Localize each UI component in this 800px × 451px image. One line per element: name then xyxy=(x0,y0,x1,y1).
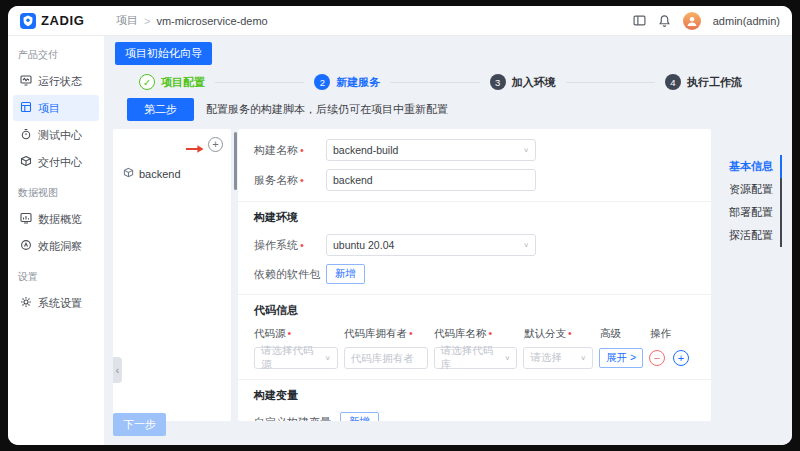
add-custom-var-button[interactable]: 新增 xyxy=(340,412,379,421)
required-dot: • xyxy=(568,327,572,339)
service-name-input[interactable] xyxy=(326,169,536,191)
repo-name-select[interactable]: 请选择代码库 ∨ xyxy=(434,347,518,369)
service-name-label: 服务名称• xyxy=(254,173,326,188)
code-source-select[interactable]: 请选择代码源 ∨ xyxy=(254,347,338,369)
step-number: 4 xyxy=(665,74,681,90)
add-package-button[interactable]: 新增 xyxy=(326,264,365,284)
build-name-select[interactable]: backend-build ∨ xyxy=(326,139,536,161)
chevron-down-icon: ∨ xyxy=(325,354,331,361)
required-dot: • xyxy=(300,144,304,156)
build-name-label: 构建名称• xyxy=(254,143,326,158)
code-table-header: 代码源• 代码库拥有者• 代码库名称• 默认分支• 高级 操作 xyxy=(254,327,695,341)
package-icon xyxy=(20,155,32,169)
custom-vars-row: 自定义构建变量 新增 xyxy=(254,412,695,421)
chevron-down-icon: ∨ xyxy=(523,146,529,153)
sidebar-item-system-settings[interactable]: 系统设置 xyxy=(13,290,99,316)
sidebar-item-data-overview[interactable]: 数据概览 xyxy=(13,206,99,232)
zadig-logo: ZADIG xyxy=(20,13,106,29)
advanced-header: 高级 xyxy=(600,327,644,341)
breadcrumb-current: vm-microservice-demo xyxy=(156,15,267,27)
repo-name-placeholder: 请选择代码库 xyxy=(441,344,501,372)
sidebar-item-projects[interactable]: 项目 xyxy=(13,95,99,121)
step-check-icon: ✓ xyxy=(139,74,155,90)
code-row-operations: − + xyxy=(649,350,689,366)
required-dot: • xyxy=(288,327,292,339)
code-source-header: 代码源• xyxy=(254,327,338,341)
build-form-panel: 构建名称• backend-build ∨ 服务名称• 构建环境 操作系统• xyxy=(238,129,711,421)
tab-resource-config[interactable]: 资源配置 xyxy=(718,178,782,201)
step-label: 加入环境 xyxy=(512,75,556,90)
user-avatar[interactable] xyxy=(683,12,701,30)
main-area: 项目初始化向导 ✓ 项目配置 2 新建服务 3 加入环境 xyxy=(105,36,792,445)
step-project-config: ✓ 项目配置 xyxy=(139,74,314,90)
breadcrumb-separator: > xyxy=(144,15,150,27)
default-branch-header: 默认分支• xyxy=(524,327,594,341)
divider xyxy=(238,294,711,295)
divider xyxy=(238,201,711,202)
right-tab-rail: 基本信息 资源配置 部署配置 探活配置 xyxy=(718,129,782,421)
build-name-value: backend-build xyxy=(333,144,398,156)
app-window: ZADIG 项目 > vm-microservice-demo admin(ad… xyxy=(8,6,792,445)
sidebar: 产品交付 运行状态 项目 测试中心 交付中心 数据视图 数据概览 xyxy=(8,36,105,445)
breadcrumb-root[interactable]: 项目 xyxy=(116,13,138,28)
content-row: + backend ‹ 构建名称• backend-build ∨ xyxy=(113,129,782,421)
step-description-row: 第二步 配置服务的构建脚本，后续仍可在项目中重新配置 xyxy=(127,98,782,121)
default-branch-placeholder: 请选择 xyxy=(530,351,562,365)
sidebar-item-label: 运行状态 xyxy=(38,74,82,89)
os-label: 操作系统• xyxy=(254,238,326,253)
tab-deploy-config[interactable]: 部署配置 xyxy=(718,201,782,224)
add-service-button[interactable]: + xyxy=(208,137,223,152)
next-step-button[interactable]: 下一步 xyxy=(113,413,166,436)
default-branch-select[interactable]: 请选择 ∨ xyxy=(523,347,593,369)
service-list-item[interactable]: backend xyxy=(113,167,231,180)
logo-text: ZADIG xyxy=(41,13,84,28)
step-label: 新建服务 xyxy=(336,75,380,90)
step-connector xyxy=(566,82,655,83)
bell-icon[interactable] xyxy=(658,14,671,27)
sidebar-section-settings: 设置 xyxy=(8,260,104,289)
breadcrumb: 项目 > vm-microservice-demo xyxy=(116,13,268,28)
wizard-title-button[interactable]: 项目初始化向导 xyxy=(115,42,212,65)
top-bar: ZADIG 项目 > vm-microservice-demo admin(ad… xyxy=(8,6,792,36)
sidebar-item-label: 交付中心 xyxy=(38,155,82,170)
step-number: 3 xyxy=(490,74,506,90)
step-connector xyxy=(215,82,304,83)
sidebar-item-label: 测试中心 xyxy=(38,128,82,143)
sidebar-item-insights[interactable]: 效能洞察 xyxy=(13,233,99,259)
step-label: 项目配置 xyxy=(161,75,205,90)
custom-vars-label: 自定义构建变量 xyxy=(254,415,340,422)
repo-owner-input[interactable] xyxy=(344,347,428,369)
projects-icon xyxy=(20,101,32,115)
step-number: 2 xyxy=(314,74,330,90)
sidebar-item-label: 数据概览 xyxy=(38,212,82,227)
sidebar-item-run-status[interactable]: 运行状态 xyxy=(13,68,99,94)
add-repo-button[interactable]: + xyxy=(673,350,689,366)
tab-probe-config[interactable]: 探活配置 xyxy=(718,224,782,247)
step-description: 配置服务的构建脚本，后续仍可在项目中重新配置 xyxy=(206,102,448,117)
service-name: backend xyxy=(139,168,181,180)
scrollbar-thumb[interactable] xyxy=(234,132,237,190)
user-name[interactable]: admin(admin) xyxy=(713,15,780,27)
required-dot: • xyxy=(300,239,304,251)
sidebar-item-delivery-center[interactable]: 交付中心 xyxy=(13,149,99,175)
operations-header: 操作 xyxy=(650,327,694,341)
compass-icon xyxy=(20,239,32,253)
expand-advanced-button[interactable]: 展开 > xyxy=(599,348,643,368)
required-dot: • xyxy=(300,174,304,186)
packages-label: 依赖的软件包 xyxy=(254,267,326,282)
packages-row: 依赖的软件包 新增 xyxy=(254,264,695,284)
panel-collapse-handle[interactable]: ‹ xyxy=(113,357,122,383)
layout-icon[interactable] xyxy=(633,14,646,27)
top-right-actions: admin(admin) xyxy=(633,12,780,30)
remove-repo-button[interactable]: − xyxy=(649,350,665,366)
os-select[interactable]: ubuntu 20.04 ∨ xyxy=(326,234,536,256)
chevron-down-icon: ∨ xyxy=(523,241,529,248)
service-name-row: 服务名称• xyxy=(254,169,695,191)
sidebar-item-test-center[interactable]: 测试中心 xyxy=(13,122,99,148)
repo-owner-header: 代码库拥有者• xyxy=(344,327,428,341)
divider xyxy=(238,379,711,380)
stopwatch-icon xyxy=(20,128,32,142)
code-table-row: 请选择代码源 ∨ 请选择代码库 ∨ 请选择 ∨ 展开 > xyxy=(254,347,695,369)
wizard-stepper: ✓ 项目配置 2 新建服务 3 加入环境 4 执行工作流 xyxy=(139,74,742,90)
tab-basic-info[interactable]: 基本信息 xyxy=(718,155,782,178)
